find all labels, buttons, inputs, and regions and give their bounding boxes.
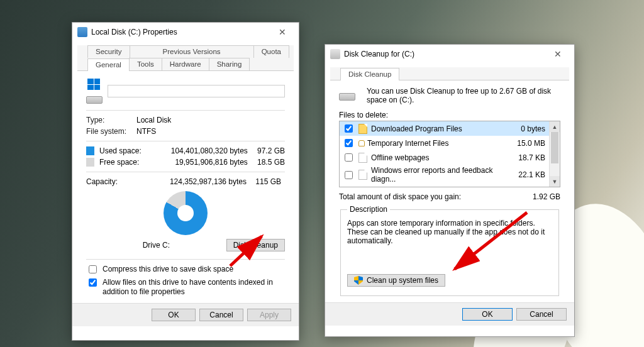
properties-title: Local Disk (C:) Properties (91, 28, 177, 36)
file-icon (358, 170, 367, 180)
description-group: Description Apps can store temporary inf… (340, 205, 559, 296)
file-name: Downloaded Program Files (371, 124, 497, 133)
drive-caption: Drive C: (86, 241, 226, 250)
properties-dialog: Local Disk (C:) Properties ✕ Security Pr… (72, 22, 299, 341)
tab-quota[interactable]: Quota (253, 45, 289, 58)
shield-icon (354, 276, 363, 285)
fs-label: File system: (86, 127, 136, 136)
broom-icon (330, 49, 340, 59)
description-text: Apps can store temporary information in … (347, 219, 552, 245)
file-size: 0 bytes (501, 124, 545, 133)
index-label: Allow files on this drive to have conten… (103, 278, 285, 297)
tab-disk-cleanup[interactable]: Disk Cleanup (340, 68, 399, 80)
tab-security[interactable]: Security (87, 45, 130, 58)
list-item[interactable]: DirectX Shader Cache129 KB (340, 185, 549, 187)
file-checkbox[interactable] (345, 139, 353, 147)
file-checkbox[interactable] (345, 171, 353, 179)
capacity-gb: 115 GB (247, 177, 281, 186)
ok-button[interactable]: OK (462, 308, 513, 321)
list-item[interactable]: Temporary Internet Files15.0 MB (340, 136, 549, 150)
file-name: Temporary Internet Files (367, 139, 497, 148)
free-bytes: 19,951,906,816 bytes (160, 158, 247, 167)
scrollbar[interactable]: ▲ ▼ (549, 121, 560, 187)
type-value: Local Disk (136, 116, 285, 124)
file-size: 22.1 KB (501, 170, 545, 179)
lock-icon (358, 140, 365, 146)
capacity-label: Capacity: (86, 177, 152, 186)
used-space-swatch (86, 146, 94, 155)
windows-logo-icon (87, 79, 100, 90)
cleanup-intro-text: You can use Disk Cleanup to free up to 2… (367, 87, 560, 104)
cleanup-system-files-button[interactable]: Clean up system files (347, 274, 445, 287)
scroll-thumb[interactable] (551, 132, 558, 163)
list-item[interactable]: Offline webpages18.7 KB (340, 150, 549, 165)
free-gb: 18.5 GB (253, 158, 285, 167)
compress-label: Compress this drive to save disk space (103, 265, 233, 274)
file-name: Windows error reports and feedback diagn… (371, 166, 497, 184)
file-icon (358, 153, 367, 163)
used-label: Used space: (99, 146, 155, 155)
free-label: Free space: (99, 158, 155, 167)
folder-icon (358, 124, 367, 134)
index-checkbox[interactable] (89, 278, 97, 287)
cancel-button[interactable]: Cancel (516, 308, 567, 321)
used-gb: 97.2 GB (253, 146, 285, 155)
fs-value: NTFS (136, 127, 285, 136)
disk-icon (339, 87, 360, 106)
volume-name-input[interactable] (108, 85, 285, 97)
close-icon[interactable]: ✕ (545, 45, 570, 63)
drive-icon (77, 27, 87, 37)
usage-pie-chart (164, 191, 208, 235)
tab-sharing[interactable]: Sharing (209, 58, 250, 70)
cleanup-title: Disk Cleanup for (C:) (344, 50, 414, 58)
apply-button[interactable]: Apply (247, 309, 291, 321)
disk-cleanup-dialog: Disk Cleanup for (C:) ✕ Disk Cleanup You… (325, 44, 575, 337)
tab-general[interactable]: General (87, 58, 130, 71)
total-label: Total amount of disk space you gain: (339, 192, 461, 201)
description-legend: Description (347, 205, 390, 214)
ok-button[interactable]: OK (152, 309, 196, 321)
close-icon[interactable]: ✕ (270, 23, 295, 41)
tab-previous-versions[interactable]: Previous Versions (130, 45, 254, 58)
file-size: 15.0 MB (501, 139, 545, 148)
list-item[interactable]: Windows error reports and feedback diagn… (340, 165, 549, 185)
type-label: Type: (86, 116, 136, 124)
used-bytes: 104,401,080,320 bytes (160, 146, 247, 155)
disk-cleanup-button[interactable]: Disk Cleanup (226, 239, 285, 251)
file-checkbox[interactable] (345, 153, 353, 162)
cancel-button[interactable]: Cancel (199, 309, 243, 321)
file-checkbox[interactable] (345, 124, 353, 133)
files-to-delete-label: Files to delete: (339, 111, 560, 119)
files-listbox[interactable]: Downloaded Program Files0 bytesTemporary… (339, 121, 560, 187)
list-item[interactable]: Downloaded Program Files0 bytes (340, 121, 549, 136)
file-size: 18.7 KB (501, 153, 545, 162)
capacity-bytes: 124,352,987,136 bytes (152, 177, 247, 186)
file-name: Offline webpages (371, 153, 497, 162)
total-value: 1.92 GB (533, 192, 560, 201)
cleanup-system-files-label: Clean up system files (367, 276, 438, 285)
compress-checkbox[interactable] (89, 265, 97, 273)
free-space-swatch (86, 158, 94, 167)
tab-hardware[interactable]: Hardware (162, 58, 209, 70)
scroll-up-icon[interactable]: ▲ (550, 121, 560, 132)
disk-icon (86, 90, 101, 104)
tab-tools[interactable]: Tools (129, 58, 162, 70)
scroll-down-icon[interactable]: ▼ (550, 176, 560, 187)
